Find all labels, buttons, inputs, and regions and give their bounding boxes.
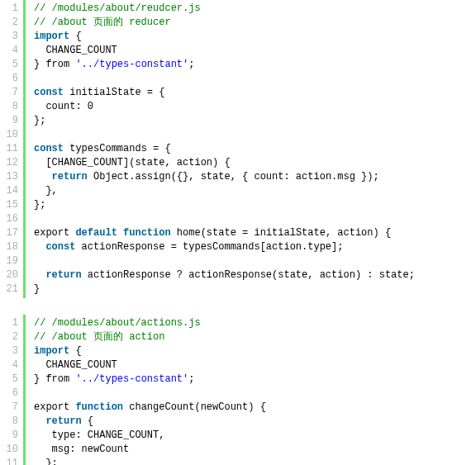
code-area: // /modules/about/reudcer.js// /about 页面… <box>26 0 415 298</box>
line-number: 9 <box>2 114 18 128</box>
line-number: 13 <box>2 170 18 184</box>
code-line <box>34 212 415 226</box>
code-line: }; <box>34 198 415 212</box>
code-block: 123456789101112131415161718192021// /mod… <box>0 0 476 298</box>
line-number: 4 <box>2 358 18 372</box>
line-number: 17 <box>2 226 18 240</box>
token-keyword: return <box>45 415 81 427</box>
code-line <box>34 254 415 268</box>
token-plain: initialState = { <box>64 87 164 98</box>
code-line: type: CHANGE_COUNT, <box>34 429 266 443</box>
line-number: 3 <box>2 344 18 358</box>
line-number: 9 <box>2 429 18 443</box>
token-plain <box>34 241 45 253</box>
token-plain: }, <box>34 185 58 197</box>
token-plain: CHANGE_COUNT <box>34 45 117 56</box>
token-plain: { <box>69 345 81 357</box>
code-line: const actionResponse = typesCommands[act… <box>34 240 415 254</box>
line-number: 19 <box>2 254 18 268</box>
code-line: msg: newCount <box>34 443 266 457</box>
token-plain: [CHANGE_COUNT](state, action) { <box>34 157 231 168</box>
code-line <box>34 128 415 142</box>
token-keyword: const <box>45 241 75 253</box>
code-line: const typesCommands = { <box>34 142 415 156</box>
token-plain: export <box>34 227 75 239</box>
token-plain: ; <box>188 59 194 70</box>
token-keyword: function <box>123 227 171 239</box>
line-number: 7 <box>2 401 18 415</box>
code-line: // /about 页面的 reducer <box>34 16 415 30</box>
token-plain <box>117 227 123 239</box>
line-number: 12 <box>2 156 18 170</box>
code-line <box>34 72 415 86</box>
code-line: import { <box>34 30 415 44</box>
code-line: return actionResponse ? actionResponse(s… <box>34 268 415 282</box>
line-number: 6 <box>2 72 18 86</box>
token-keyword: return <box>52 171 88 183</box>
line-number: 11 <box>2 142 18 156</box>
line-number: 14 <box>2 184 18 198</box>
line-number: 5 <box>2 58 18 72</box>
code-line: // /modules/about/actions.js <box>34 316 266 330</box>
code-line: export function changeCount(newCount) { <box>34 401 266 415</box>
token-comment: // /modules/about/reudcer.js <box>34 2 201 14</box>
line-number: 2 <box>2 330 18 344</box>
code-line: export default function home(state = ini… <box>34 226 415 240</box>
code-line: }, <box>34 184 415 198</box>
code-line: return { <box>34 415 266 429</box>
token-keyword: const <box>34 143 64 154</box>
token-keyword: return <box>45 269 81 281</box>
token-plain: CHANGE_COUNT <box>34 359 117 371</box>
line-number: 20 <box>2 268 18 282</box>
line-number: 5 <box>2 372 18 387</box>
token-plain: count: 0 <box>34 101 93 112</box>
token-plain: msg: newCount <box>34 444 129 455</box>
code-line <box>34 387 266 401</box>
token-plain: type: CHANGE_COUNT, <box>34 429 164 441</box>
line-number: 1 <box>2 2 18 16</box>
token-plain: } <box>34 283 40 295</box>
gutter: 123456789101112 <box>0 315 26 465</box>
code-line: count: 0 <box>34 100 415 114</box>
code-line: [CHANGE_COUNT](state, action) { <box>34 156 415 170</box>
token-keyword: default <box>75 227 117 239</box>
token-plain: home(state = initialState, action) { <box>171 227 391 239</box>
code-line: import { <box>34 344 266 358</box>
line-number: 3 <box>2 30 18 44</box>
line-number: 15 <box>2 198 18 212</box>
token-keyword: import <box>34 345 69 357</box>
line-number: 21 <box>2 282 18 297</box>
line-number: 1 <box>2 316 18 330</box>
token-plain: actionResponse ? actionResponse(state, a… <box>82 269 415 281</box>
line-number: 11 <box>2 457 18 465</box>
line-number: 7 <box>2 86 18 100</box>
token-string: '../types-constant' <box>75 59 188 70</box>
line-number: 4 <box>2 44 18 58</box>
line-number: 18 <box>2 240 18 254</box>
code-area: // /modules/about/actions.js// /about 页面… <box>26 315 266 465</box>
token-keyword: function <box>75 401 123 413</box>
code-line: CHANGE_COUNT <box>34 44 415 58</box>
token-plain: typesCommands = { <box>64 143 171 154</box>
line-number: 8 <box>2 100 18 114</box>
code-line: const initialState = { <box>34 86 415 100</box>
token-plain: }; <box>34 115 45 126</box>
token-plain: Object.assign({}, state, { count: action… <box>88 171 379 183</box>
token-plain: { <box>69 31 81 42</box>
code-line: }; <box>34 114 415 128</box>
line-number: 10 <box>2 128 18 142</box>
token-plain <box>34 171 52 183</box>
code-line: // /about 页面的 action <box>34 330 266 344</box>
token-plain: } from <box>34 59 75 70</box>
token-plain: changeCount(newCount) { <box>123 401 266 413</box>
token-plain: ; <box>188 373 194 385</box>
code-line: // /modules/about/reudcer.js <box>34 2 415 16</box>
gutter: 123456789101112131415161718192021 <box>0 0 26 298</box>
code-line: } from '../types-constant'; <box>34 372 266 387</box>
token-plain: { <box>82 415 93 427</box>
code-line: } from '../types-constant'; <box>34 58 415 72</box>
token-plain <box>34 269 45 281</box>
line-number: 8 <box>2 415 18 429</box>
code-block: 123456789101112// /modules/about/actions… <box>0 315 476 465</box>
line-number: 16 <box>2 212 18 226</box>
